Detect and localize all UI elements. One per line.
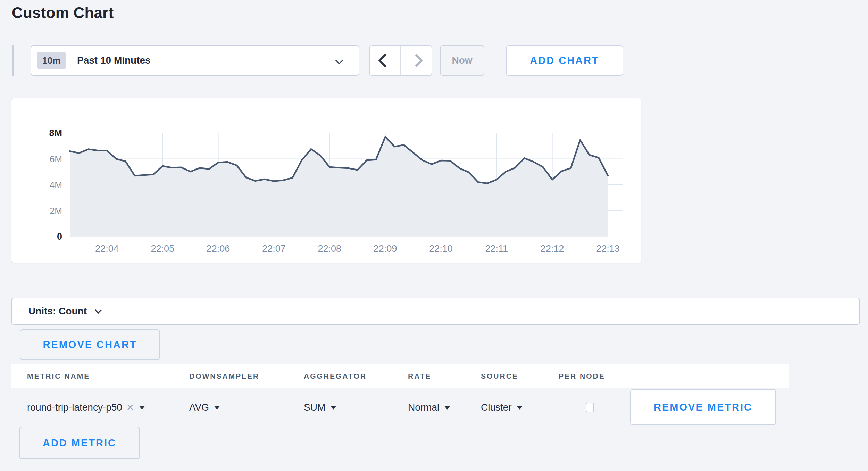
time-range-dropdown[interactable]: 10m Past 10 Minutes	[31, 45, 359, 76]
time-range-label: Past 10 Minutes	[77, 55, 151, 66]
downsampler-value: AVG	[189, 402, 209, 413]
metric-table-row: round-trip-latency-p50 ✕ AVG SUM Normal …	[11, 388, 789, 427]
time-next-button[interactable]	[400, 46, 432, 75]
y-axis-tick-label: 4M	[50, 180, 62, 190]
remove-chart-button[interactable]: REMOVE CHART	[20, 329, 160, 360]
source-dropdown[interactable]: Cluster	[481, 402, 559, 413]
remove-tag-icon[interactable]: ✕	[126, 402, 134, 413]
toolbar-accent-bar	[12, 45, 14, 76]
rate-dropdown[interactable]: Normal	[408, 402, 481, 413]
add-metric-button[interactable]: ADD METRIC	[19, 427, 140, 459]
caret-down-icon	[330, 406, 336, 410]
chevron-down-icon	[95, 307, 102, 314]
caret-down-icon	[444, 406, 450, 410]
metric-name-value: round-trip-latency-p50	[27, 402, 122, 413]
y-axis-tick-label: 8M	[49, 128, 62, 138]
x-axis-tick-label: 22:07	[262, 243, 286, 254]
add-chart-button[interactable]: ADD CHART	[506, 45, 623, 76]
x-axis-tick-label: 22:06	[207, 243, 230, 254]
time-nav-group	[369, 45, 432, 76]
aggregator-value: SUM	[304, 402, 325, 413]
chevron-down-icon	[335, 57, 343, 65]
custom-chart-page: Custom Chart 10m Past 10 Minutes Now ADD…	[0, 0, 868, 471]
time-range-badge: 10m	[37, 52, 66, 69]
x-axis-tick-label: 22:08	[318, 243, 341, 254]
column-header-rate: RATE	[408, 372, 481, 380]
aggregator-dropdown[interactable]: SUM	[304, 402, 408, 413]
column-header-aggregator: AGGREGATOR	[304, 372, 408, 380]
chart-area-fill	[70, 137, 608, 237]
x-axis-tick-label: 22:11	[485, 243, 508, 254]
caret-down-icon	[214, 406, 220, 410]
per-node-cell	[559, 403, 621, 412]
column-header-per-node: PER NODE	[559, 372, 605, 380]
rate-value: Normal	[408, 402, 439, 413]
per-node-checkbox[interactable]	[586, 403, 594, 412]
caret-down-icon	[517, 406, 523, 410]
metric-area-chart[interactable]: 02M4M6M8M22:0422:0522:0622:0722:0822:092…	[11, 98, 640, 262]
chevron-right-icon	[409, 53, 423, 67]
y-axis-tick-label: 0	[57, 231, 62, 242]
chart-card: 02M4M6M8M22:0422:0522:0622:0722:0822:092…	[11, 98, 641, 263]
units-dropdown[interactable]: Units: Count	[11, 298, 860, 325]
y-axis-tick-label: 2M	[50, 206, 62, 216]
x-axis-tick-label: 22:04	[95, 243, 119, 254]
column-header-downsampler: DOWNSAMPLER	[189, 372, 304, 380]
x-axis-tick-label: 22:13	[596, 243, 620, 254]
y-axis-tick-label: 6M	[50, 154, 62, 164]
downsampler-dropdown[interactable]: AVG	[189, 402, 304, 413]
x-axis-tick-label: 22:09	[374, 243, 397, 254]
metrics-table-header: METRIC NAME DOWNSAMPLER AGGREGATOR RATE …	[11, 364, 789, 388]
page-title: Custom Chart	[12, 4, 114, 22]
now-button[interactable]: Now	[440, 45, 484, 76]
x-axis-tick-label: 22:05	[151, 243, 174, 254]
source-value: Cluster	[481, 402, 512, 413]
metric-name-dropdown[interactable]: round-trip-latency-p50 ✕	[11, 402, 189, 413]
caret-down-icon	[139, 406, 145, 410]
column-header-metric-name: METRIC NAME	[11, 372, 189, 380]
time-toolbar: 10m Past 10 Minutes Now ADD CHART	[12, 45, 623, 76]
time-prev-button[interactable]	[370, 46, 400, 75]
x-axis-tick-label: 22:12	[541, 243, 564, 254]
x-axis-tick-label: 22:10	[429, 243, 453, 254]
remove-metric-button[interactable]: REMOVE METRIC	[630, 389, 776, 425]
column-header-source: SOURCE	[481, 372, 559, 380]
units-label: Units: Count	[28, 306, 87, 317]
chevron-left-icon	[378, 53, 392, 67]
